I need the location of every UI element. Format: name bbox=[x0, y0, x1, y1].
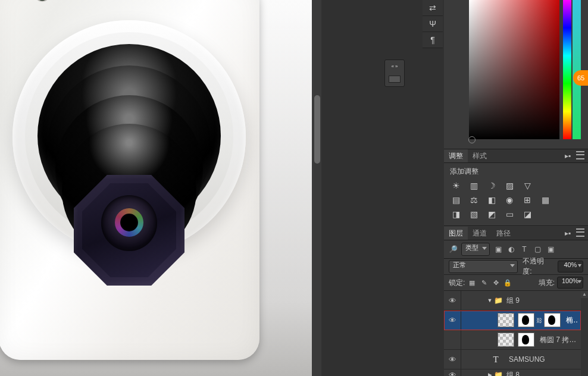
collapse-icon[interactable]: ▸▪ bbox=[563, 151, 573, 161]
channel-mixer-icon[interactable]: ⊞ bbox=[521, 195, 533, 205]
levels-icon[interactable]: ▥ bbox=[468, 180, 480, 191]
camera-led-indicator bbox=[36, 0, 49, 1]
swap-arrows-icon[interactable]: ⇄ bbox=[423, 0, 443, 16]
lens-aperture-core bbox=[120, 214, 138, 231]
layer-name[interactable]: 组 8 bbox=[503, 370, 578, 377]
eye-icon-off[interactable] bbox=[444, 330, 461, 349]
eye-icon[interactable]: 👁 bbox=[444, 291, 461, 310]
blend-mode-value: 正常 bbox=[453, 261, 466, 268]
paragraph-icon[interactable]: ¶ bbox=[423, 32, 443, 48]
type-layer-icon: T bbox=[488, 353, 503, 366]
lock-transparency-icon[interactable]: ▦ bbox=[467, 278, 477, 287]
collapsed-dock-strip: « » ⇄ Ψ ¶ bbox=[321, 0, 444, 376]
panel-menu-icon[interactable] bbox=[576, 151, 584, 159]
adjust-title: 添加调整 bbox=[444, 163, 588, 179]
eye-icon[interactable]: 👁 bbox=[444, 350, 461, 369]
layer-mask-thumb[interactable] bbox=[518, 333, 534, 347]
folder-toggle-icon[interactable]: ▶ bbox=[486, 372, 493, 376]
curves-icon[interactable]: ☽ bbox=[486, 180, 498, 191]
brightness-icon[interactable]: ☀ bbox=[450, 180, 462, 191]
opacity-field[interactable]: 40% bbox=[558, 261, 583, 272]
layer-mask-thumb-1[interactable] bbox=[518, 313, 534, 327]
tab-channels[interactable]: 通道 bbox=[468, 227, 492, 240]
eye-icon[interactable]: 👁 bbox=[444, 369, 461, 376]
layer-thumb[interactable] bbox=[498, 333, 514, 347]
color-balance-icon[interactable]: ⚖ bbox=[468, 195, 480, 205]
tab-layers[interactable]: 图层 bbox=[444, 227, 468, 240]
eye-icon[interactable]: 👁 bbox=[444, 311, 461, 330]
hue-slider[interactable] bbox=[563, 0, 571, 139]
photo-filter-icon[interactable]: ◉ bbox=[503, 195, 515, 205]
filter-adjust-icon[interactable]: ◐ bbox=[506, 245, 516, 254]
filter-pixel-icon[interactable]: ▣ bbox=[493, 245, 503, 254]
filter-shape-icon[interactable]: ▢ bbox=[533, 245, 542, 254]
blend-mode-select[interactable]: 正常 bbox=[449, 260, 518, 273]
layer-row-ellipse7copy2[interactable]: 椭圆 7 拷贝 2 bbox=[444, 330, 581, 350]
scroll-up-icon[interactable]: ▲ bbox=[581, 291, 588, 298]
tab-paths[interactable]: 路径 bbox=[492, 227, 515, 240]
posterize-icon[interactable]: ▧ bbox=[468, 209, 480, 220]
lock-row: 锁定: ▦ ✎ ✥ 🔒 填充: 100% bbox=[444, 275, 588, 291]
vertical-tool-strip: ⇄ Ψ ¶ bbox=[423, 0, 443, 48]
layer-row-ellipse7[interactable]: 👁 ⛓ 椭圆 7 ... bbox=[444, 311, 581, 330]
secondary-slider[interactable] bbox=[573, 0, 581, 139]
exposure-icon[interactable]: ▨ bbox=[503, 180, 515, 191]
canvas-scrollbar[interactable] bbox=[312, 0, 321, 376]
caret-down-icon bbox=[482, 247, 487, 250]
panel-stack: 65 调整 样式 ▸▪ 添加调整 ☀ ▥ ☽ bbox=[444, 0, 588, 376]
layer-mask-thumb-2[interactable] bbox=[544, 313, 561, 327]
layer-name[interactable]: 椭圆 7 拷贝 2 bbox=[536, 335, 578, 345]
filter-type-icon[interactable]: T bbox=[520, 245, 529, 254]
usb-icon[interactable]: Ψ bbox=[423, 16, 443, 32]
bw-icon[interactable]: ◧ bbox=[486, 195, 498, 205]
layer-list-wrap: 👁 ▼ 📁 组 9 👁 ⛓ 椭圆 7 ... bbox=[444, 291, 588, 376]
folder-toggle-icon[interactable]: ▼ bbox=[486, 297, 493, 303]
gradient-map-icon[interactable]: ▭ bbox=[503, 209, 515, 220]
filter-smart-icon[interactable]: ▣ bbox=[546, 245, 555, 254]
invert-icon[interactable]: ◨ bbox=[450, 209, 462, 220]
mask-link-icon[interactable]: ⛓ bbox=[536, 317, 542, 324]
vibrance-icon[interactable]: ▽ bbox=[521, 180, 533, 191]
canvas-scroll-thumb[interactable] bbox=[314, 95, 320, 164]
lut-icon[interactable]: ▦ bbox=[539, 195, 551, 205]
layer-row-group8[interactable]: 👁 ▶ 📁 组 8 bbox=[444, 369, 581, 376]
filter-type-select[interactable]: 类型 bbox=[461, 243, 490, 256]
layer-name[interactable]: 椭圆 7 ... bbox=[562, 315, 578, 325]
lock-all-icon[interactable]: 🔒 bbox=[503, 278, 512, 287]
adjust-tabs: 调整 样式 ▸▪ bbox=[444, 149, 588, 163]
caret-down-icon bbox=[578, 264, 581, 267]
layer-list[interactable]: 👁 ▼ 📁 组 9 👁 ⛓ 椭圆 7 ... bbox=[444, 291, 581, 376]
sv-picker-handle[interactable] bbox=[468, 136, 476, 143]
hue-sat-icon[interactable]: ▤ bbox=[450, 195, 462, 205]
layer-tabs: 图层 通道 路径 ▸▪ bbox=[444, 227, 588, 240]
folder-icon: 📁 bbox=[493, 296, 503, 305]
camera-body-shape: SAMSUNG bbox=[0, 0, 259, 360]
layer-thumb[interactable] bbox=[498, 313, 514, 327]
value-badge: 65 bbox=[573, 70, 588, 86]
selective-color-icon[interactable]: ◪ bbox=[521, 209, 533, 220]
canvas-area[interactable]: SAMSUNG bbox=[0, 0, 321, 376]
tab-adjust[interactable]: 调整 bbox=[444, 149, 468, 162]
collapsed-panel-toggle[interactable]: « » bbox=[384, 59, 405, 87]
collapse-arrows-icon: « » bbox=[391, 64, 398, 69]
collapse-icon[interactable]: ▸▪ bbox=[563, 228, 573, 238]
layer-name[interactable]: 组 9 bbox=[503, 296, 578, 306]
layer-row-samsung[interactable]: 👁 T SAMSUNG bbox=[444, 350, 581, 369]
fill-value: 100% bbox=[562, 277, 578, 284]
adjustments-panel: 调整 样式 ▸▪ 添加调整 ☀ ▥ ☽ ▨ ▽ bbox=[444, 149, 588, 227]
saturation-value-field[interactable] bbox=[469, 0, 559, 139]
panel-menu-icon[interactable] bbox=[576, 228, 584, 237]
right-panels: « » ⇄ Ψ ¶ 65 调整 样式 bbox=[321, 0, 588, 376]
tab-styles[interactable]: 样式 bbox=[468, 149, 492, 162]
adjust-icon-grid: ☀ ▥ ☽ ▨ ▽ ▤ ⚖ ◧ ◉ ⊞ ▦ ◨ bbox=[444, 179, 588, 226]
filter-type-label: 类型 bbox=[465, 244, 478, 251]
opacity-value: 40% bbox=[564, 261, 577, 268]
lock-position-icon[interactable]: ✥ bbox=[491, 278, 501, 287]
layer-row-group9[interactable]: 👁 ▼ 📁 组 9 bbox=[444, 291, 581, 311]
threshold-icon[interactable]: ◩ bbox=[486, 209, 498, 220]
layer-scrollbar[interactable]: ▲ ▼ bbox=[581, 291, 588, 376]
layer-name[interactable]: SAMSUNG bbox=[505, 355, 578, 364]
lock-pixels-icon[interactable]: ✎ bbox=[479, 278, 489, 287]
search-icon[interactable]: 🔎 bbox=[449, 245, 458, 253]
fill-field[interactable]: 100% bbox=[557, 277, 583, 289]
